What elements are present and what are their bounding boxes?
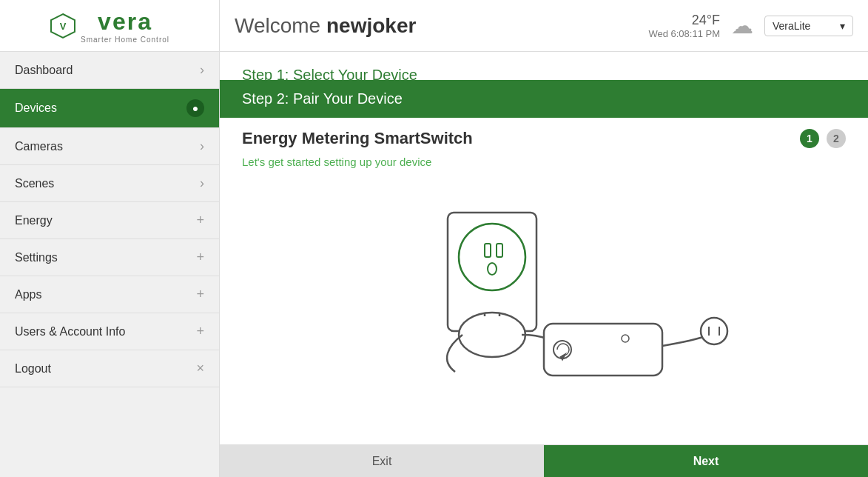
next-label: Next [693,455,719,468]
device-illustration [242,183,846,405]
username: newjoker [326,14,416,37]
sidebar-item-apps[interactable]: Apps + [0,276,219,313]
welcome-prefix: Welcome [235,14,326,37]
svg-text:V: V [60,21,67,32]
step2-banner: Step 2: Pair Your Device [220,80,868,118]
svg-rect-4 [485,244,491,257]
sidebar-logout-icon: × [196,361,204,376]
sidebar-cameras-label: Cameras [15,140,63,153]
main-area: Dashboard › Devices ● Cameras › Scenes ›… [0,52,868,477]
logo-area: V vera Smarter Home Control [0,0,220,51]
svg-point-7 [459,313,525,357]
svg-point-6 [488,263,497,275]
smartswitch-svg [359,198,729,390]
sidebar: Dashboard › Devices ● Cameras › Scenes ›… [0,52,220,477]
sidebar-users-label: Users & Account Info [15,325,125,338]
svg-rect-10 [544,324,662,376]
sidebar-cameras-icon: › [200,139,204,154]
sidebar-apps-icon: + [196,287,204,302]
weather-info: 24°F Wed 6:08:11 PM [648,13,720,39]
welcome-message: Welcome newjoker [235,14,416,38]
step-2-number: 2 [833,133,839,144]
step-indicator-2: 2 [827,129,846,148]
step-indicator-1: 1 [800,129,819,148]
exit-label: Exit [372,455,392,468]
vera-logo-icon: V [50,13,76,39]
content-main: Step 1: Select Your Device Step 2: Pair … [220,52,868,444]
sidebar-energy-label: Energy [15,214,53,227]
svg-point-11 [701,318,727,344]
sidebar-item-dashboard[interactable]: Dashboard › [0,52,219,89]
device-title-row: Energy Metering SmartSwitch 1 2 [242,129,846,148]
step2-label: Step 2: Pair Your Device [242,90,403,107]
sidebar-settings-icon: + [196,250,204,265]
sidebar-apps-label: Apps [15,288,41,301]
footer-buttons: Exit Next [220,444,868,477]
subtitle-text: Let's get started setting up your device [242,156,846,168]
sidebar-devices-icon: ● [186,99,204,117]
content-area: Step 1: Select Your Device Step 2: Pair … [220,52,868,477]
dropdown-chevron-icon: ▾ [840,20,845,32]
sidebar-devices-label: Devices [15,101,57,115]
sidebar-dashboard-icon: › [200,62,204,78]
datetime-display: Wed 6:08:11 PM [648,28,720,39]
sidebar-item-settings[interactable]: Settings + [0,239,219,276]
temperature-display: 24°F [648,13,720,28]
sidebar-energy-icon: + [196,213,204,228]
sidebar-item-devices[interactable]: Devices ● [0,89,219,128]
header-right: Welcome newjoker 24°F Wed 6:08:11 PM ☁ V… [220,13,868,39]
sidebar-item-energy[interactable]: Energy + [0,202,219,239]
selected-device-label: VeraLite [773,20,810,32]
sidebar-item-scenes[interactable]: Scenes › [0,165,219,202]
sidebar-scenes-icon: › [200,176,204,191]
svg-rect-5 [497,244,502,257]
step-indicators: 1 2 [800,129,846,148]
weather-cloud-icon: ☁ [731,13,753,39]
sidebar-users-icon: + [196,324,204,339]
sidebar-scenes-label: Scenes [15,177,54,190]
sidebar-dashboard-label: Dashboard [15,64,73,77]
next-button[interactable]: Next [544,445,868,477]
svg-point-3 [459,224,525,290]
sidebar-item-logout[interactable]: Logout × [0,350,219,387]
logo-tagline: Smarter Home Control [81,36,169,44]
sidebar-settings-label: Settings [15,251,58,264]
sidebar-logout-label: Logout [15,362,51,376]
sidebar-item-cameras[interactable]: Cameras › [0,128,219,165]
header-info: 24°F Wed 6:08:11 PM ☁ VeraLite ▾ [648,13,853,39]
device-title: Energy Metering SmartSwitch [242,129,473,148]
step-1-number: 1 [807,133,813,144]
sidebar-item-users[interactable]: Users & Account Info + [0,313,219,350]
logo-name: vera [81,8,169,36]
device-selector[interactable]: VeraLite ▾ [764,16,853,36]
exit-button[interactable]: Exit [220,445,544,477]
